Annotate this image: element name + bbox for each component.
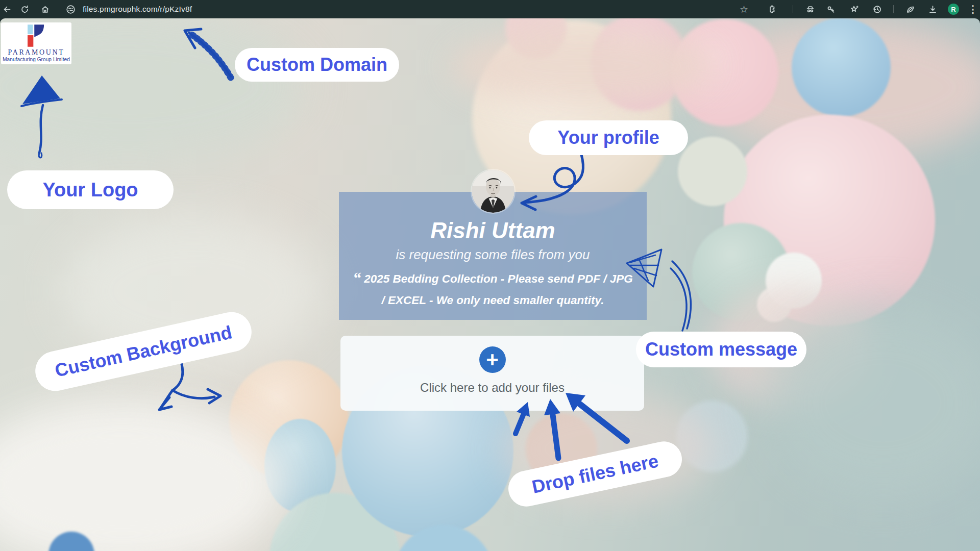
browser-toolbar: files.pmgrouphk.com/r/pKzIv8f ☆ R ⋮ — [0, 0, 980, 18]
passwords-key-icon[interactable] — [826, 5, 836, 14]
plus-glyph: + — [486, 349, 499, 370]
address-bar[interactable]: files.pmgrouphk.com/r/pKzIv8f — [83, 0, 192, 18]
add-files-plus-icon[interactable]: + — [479, 346, 506, 373]
refresh-icon[interactable] — [20, 5, 30, 14]
screen: files.pmgrouphk.com/r/pKzIv8f ☆ R ⋮ — [0, 0, 980, 551]
extensions-icon[interactable] — [767, 5, 776, 14]
logo-subtitle: Manufacturing Group Limited — [3, 57, 70, 62]
annotation-label: Your Logo — [42, 179, 138, 201]
profile-avatar — [472, 170, 514, 213]
request-card: Rishi Uttam is requesting some files fro… — [339, 192, 647, 320]
home-icon[interactable] — [40, 5, 50, 14]
annotation-your-logo: Your Logo — [7, 170, 174, 209]
annotation-label: Custom Domain — [247, 54, 387, 76]
annotation-custom-domain: Custom Domain — [235, 48, 399, 82]
incognito-icon[interactable] — [805, 5, 815, 14]
bookmark-star-icon[interactable]: ☆ — [739, 0, 749, 18]
company-logo: PARAMOUNT Manufacturing Group Limited — [1, 22, 71, 64]
site-info-icon[interactable] — [66, 5, 76, 14]
requester-name: Rishi Uttam — [339, 218, 647, 243]
file-request-page: PARAMOUNT Manufacturing Group Limited — [0, 18, 980, 551]
bg-sphere — [792, 18, 891, 117]
annotation-label: Your profile — [557, 127, 659, 148]
back-icon[interactable] — [2, 5, 12, 14]
menu-kebab-icon[interactable]: ⋮ — [969, 0, 976, 18]
paramount-logo-mark — [28, 24, 45, 47]
battery-saver-leaf-icon[interactable] — [905, 5, 915, 14]
bookmarks-sparkle-icon[interactable] — [849, 5, 859, 14]
profile-portrait — [472, 170, 514, 213]
toolbar-divider — [793, 5, 793, 13]
bg-cloud — [449, 28, 715, 105]
url: files.pmgrouphk.com/r/pKzIv8f — [83, 5, 192, 14]
file-dropzone[interactable]: + Click here to add your files — [340, 336, 644, 411]
annotation-label: Custom message — [645, 339, 797, 360]
custom-message-text: “2025 Bedding Collection - Please send P… — [351, 267, 634, 311]
message-text: 2025 Bedding Collection - Please send PD… — [364, 272, 632, 307]
history-clock-icon[interactable] — [872, 5, 882, 14]
download-icon[interactable] — [928, 5, 938, 14]
bg-sphere — [678, 137, 747, 206]
annotation-custom-message: Custom message — [636, 332, 806, 367]
dropzone-label: Click here to add your files — [420, 381, 565, 395]
browser-profile-avatar[interactable]: R — [948, 4, 959, 15]
annotation-your-profile: Your profile — [529, 120, 688, 155]
quote-icon: “ — [353, 269, 361, 287]
request-subtitle: is requesting some files from you — [339, 247, 647, 262]
logo-title: PARAMOUNT — [8, 48, 65, 57]
toolbar-divider — [893, 5, 894, 13]
